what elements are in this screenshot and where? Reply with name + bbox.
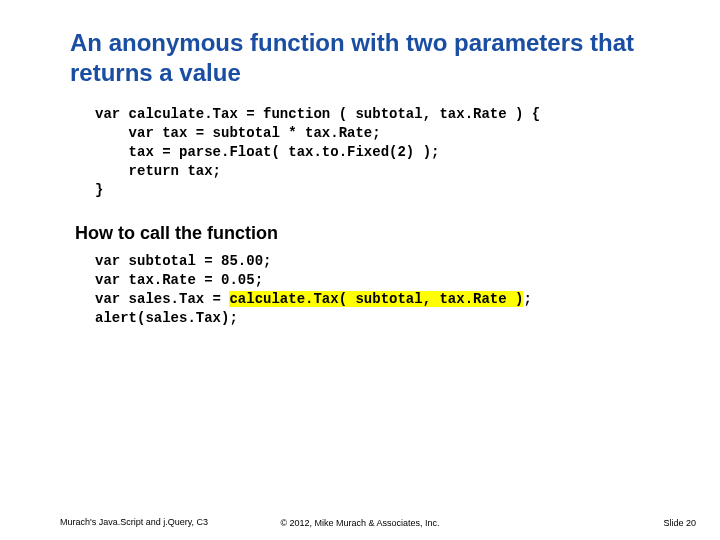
code-block-definition: var calculate.Tax = function ( subtotal,… — [95, 105, 540, 199]
code-block-call: var subtotal = 85.00; var tax.Rate = 0.0… — [95, 252, 532, 328]
footer-slide-number: Slide 20 — [663, 518, 696, 528]
code-line: tax = parse.Float( tax.to.Fixed(2) ); — [95, 144, 439, 160]
slide-title: An anonymous function with two parameter… — [70, 28, 670, 88]
code-line: var subtotal = 85.00; — [95, 253, 271, 269]
slide: An anonymous function with two parameter… — [0, 0, 720, 540]
code-line: var sales.Tax = calculate.Tax( subtotal,… — [95, 291, 532, 307]
code-line: var tax = subtotal * tax.Rate; — [95, 125, 381, 141]
code-line: return tax; — [95, 163, 221, 179]
code-line: alert(sales.Tax); — [95, 310, 238, 326]
code-line: var calculate.Tax = function ( subtotal,… — [95, 106, 540, 122]
code-line: } — [95, 182, 103, 198]
highlighted-call: calculate.Tax( subtotal, tax.Rate ) — [229, 291, 523, 307]
subheading: How to call the function — [75, 223, 278, 244]
footer-copyright: © 2012, Mike Murach & Associates, Inc. — [0, 518, 720, 528]
code-line: var tax.Rate = 0.05; — [95, 272, 263, 288]
